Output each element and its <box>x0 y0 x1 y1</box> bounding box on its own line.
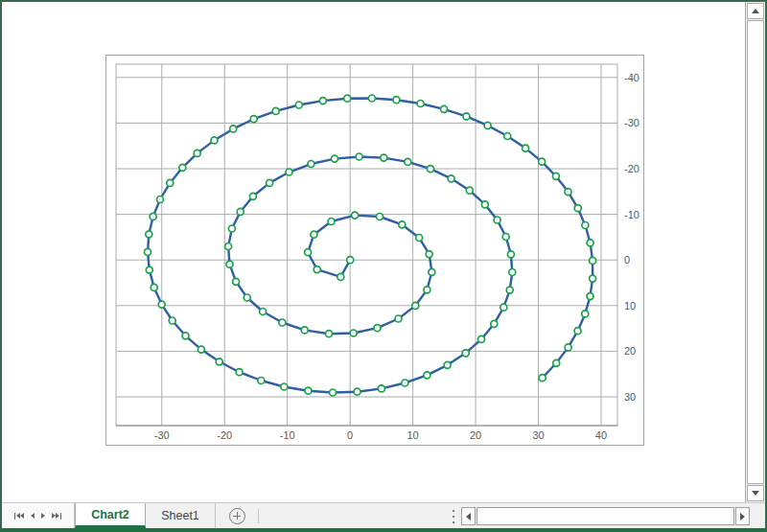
spiral-data-marker[interactable] <box>301 327 308 334</box>
spiral-data-marker[interactable] <box>491 320 498 327</box>
spiral-data-marker[interactable] <box>502 234 509 241</box>
vertical-scrollbar[interactable] <box>745 2 765 502</box>
previous-sheet-button[interactable] <box>31 513 35 519</box>
spiral-data-marker[interactable] <box>326 331 333 337</box>
spiral-data-marker[interactable] <box>216 359 222 365</box>
spiral-data-marker[interactable] <box>352 212 359 219</box>
spiral-data-marker[interactable] <box>481 201 488 208</box>
spiral-data-marker[interactable] <box>179 164 186 171</box>
spiral-data-marker[interactable] <box>478 335 485 342</box>
spiral-data-marker[interactable] <box>395 315 402 322</box>
scroll-right-button[interactable] <box>735 507 750 525</box>
spiral-data-marker[interactable] <box>412 302 419 309</box>
new-sheet-button[interactable] <box>223 503 250 528</box>
spiral-data-marker[interactable] <box>169 317 175 324</box>
scroll-left-button[interactable] <box>461 507 476 525</box>
spiral-data-marker[interactable] <box>150 213 156 220</box>
spiral-data-marker[interactable] <box>295 102 302 108</box>
spiral-data-marker[interactable] <box>368 95 375 102</box>
spiral-data-marker[interactable] <box>506 287 513 293</box>
spiral-data-marker[interactable] <box>424 287 430 293</box>
scroll-up-button[interactable] <box>747 3 764 19</box>
spiral-data-marker[interactable] <box>378 385 384 392</box>
vertical-scrollbar-thumb[interactable] <box>747 20 764 484</box>
spiral-data-marker[interactable] <box>350 330 357 336</box>
spiral-data-marker[interactable] <box>158 301 165 308</box>
spiral-data-marker[interactable] <box>565 189 571 196</box>
spiral-data-marker[interactable] <box>146 231 152 238</box>
spiral-data-marker[interactable] <box>504 133 511 140</box>
spiral-data-marker[interactable] <box>225 243 232 250</box>
spiral-data-marker[interactable] <box>319 98 326 104</box>
spiral-data-marker[interactable] <box>211 137 218 144</box>
spiral-data-marker[interactable] <box>381 154 387 161</box>
spiral-data-marker[interactable] <box>151 284 157 290</box>
spiral-data-marker[interactable] <box>258 378 265 384</box>
next-sheet-button[interactable] <box>41 513 45 519</box>
spiral-data-marker[interactable] <box>374 325 381 332</box>
spiral-data-marker[interactable] <box>590 257 596 264</box>
spiral-data-marker[interactable] <box>444 361 451 368</box>
spiral-data-marker[interactable] <box>539 375 546 382</box>
spiral-data-marker[interactable] <box>462 350 469 357</box>
spiral-data-marker[interactable] <box>494 217 500 223</box>
spiral-data-marker[interactable] <box>267 179 273 186</box>
spiral-data-marker[interactable] <box>311 231 317 238</box>
spiral-data-marker[interactable] <box>507 251 514 258</box>
spiral-data-marker[interactable] <box>157 197 164 203</box>
spiral-data-marker[interactable] <box>428 166 434 173</box>
horizontal-scrollbar-thumb[interactable] <box>476 507 734 525</box>
spiral-data-marker[interactable] <box>429 268 435 275</box>
spiral-data-marker[interactable] <box>484 122 491 128</box>
spiral-data-marker[interactable] <box>582 222 589 229</box>
scroll-down-button[interactable] <box>747 485 764 501</box>
tab-splitter-handle[interactable] <box>451 510 456 523</box>
spiral-data-marker[interactable] <box>314 266 320 273</box>
spiral-data-marker[interactable] <box>441 105 448 112</box>
spiral-data-marker[interactable] <box>228 225 235 232</box>
spiral-data-marker[interactable] <box>230 126 237 132</box>
spiral-data-marker[interactable] <box>377 214 384 220</box>
spiral-data-marker[interactable] <box>574 328 581 335</box>
spiral-data-marker[interactable] <box>553 359 560 366</box>
spiral-data-marker[interactable] <box>226 261 233 267</box>
spiral-data-marker[interactable] <box>356 153 362 160</box>
spiral-data-marker[interactable] <box>354 388 360 395</box>
spiral-data-marker[interactable] <box>399 221 406 228</box>
first-sheet-button[interactable] <box>14 513 25 520</box>
spiral-data-marker[interactable] <box>182 333 189 339</box>
spiral-data-marker[interactable] <box>448 175 454 182</box>
spiral-data-marker[interactable] <box>308 161 314 168</box>
spiral-data-marker[interactable] <box>305 387 312 394</box>
spiral-data-marker[interactable] <box>565 344 571 351</box>
spiral-data-marker[interactable] <box>237 208 244 215</box>
spiral-data-marker[interactable] <box>236 369 243 376</box>
spiral-data-marker[interactable] <box>582 311 589 317</box>
spiral-data-marker[interactable] <box>328 219 335 225</box>
spiral-data-marker[interactable] <box>249 193 256 199</box>
spiral-data-marker[interactable] <box>344 95 351 102</box>
spiral-data-marker[interactable] <box>250 116 257 123</box>
sheet-tab-chart2[interactable]: Chart2 <box>75 503 146 528</box>
spiral-data-marker[interactable] <box>552 173 559 179</box>
spiral-data-marker[interactable] <box>332 155 338 162</box>
spiral-data-marker[interactable] <box>286 169 292 175</box>
spiral-data-marker[interactable] <box>539 158 546 165</box>
spiral-data-marker[interactable] <box>337 273 344 280</box>
spiral-data-marker[interactable] <box>466 187 473 194</box>
spiral-data-marker[interactable] <box>167 179 174 186</box>
spiral-data-marker[interactable] <box>424 372 430 379</box>
spiral-data-marker[interactable] <box>281 383 288 390</box>
spiral-data-marker[interactable] <box>305 249 312 256</box>
spiral-data-marker[interactable] <box>509 269 516 276</box>
spiral-data-marker[interactable] <box>233 278 240 285</box>
spiral-data-marker[interactable] <box>574 205 581 212</box>
chart-frame[interactable]: -30-20-10010203040-40-30-20-100102030 <box>105 55 644 446</box>
spiral-data-marker[interactable] <box>463 113 470 120</box>
spiral-data-marker[interactable] <box>402 380 408 386</box>
spiral-data-marker[interactable] <box>405 158 411 165</box>
spiral-data-marker[interactable] <box>272 107 279 114</box>
spiral-data-marker[interactable] <box>426 251 432 258</box>
spiral-data-marker[interactable] <box>145 248 151 255</box>
spiral-data-marker[interactable] <box>279 319 286 326</box>
